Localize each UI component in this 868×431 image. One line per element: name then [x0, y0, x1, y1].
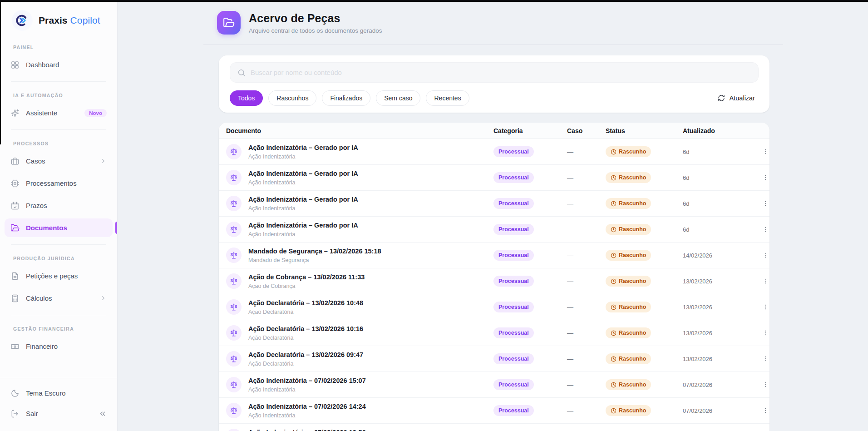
clock-icon	[611, 330, 616, 336]
sidebar: Praxis Copilot Painel Dashboard IA e Aut…	[0, 0, 118, 431]
praxis-logo-icon	[12, 10, 33, 31]
status-badge: Rascunho	[606, 276, 651, 287]
sidebar-item-label: Casos	[26, 157, 45, 165]
status-cell: Rascunho	[606, 172, 683, 183]
row-menu-button[interactable]	[759, 301, 769, 313]
sidebar-item-processamentos[interactable]: Processamentos	[5, 174, 113, 193]
scales-icon	[226, 222, 242, 237]
search-input[interactable]	[251, 69, 751, 76]
header-divider	[203, 45, 783, 45]
table-row[interactable]: Mandado de Segurança – 13/02/2026 15:18 …	[219, 243, 769, 268]
theme-toggle[interactable]: Tema Escuro	[5, 384, 113, 402]
status-cell: Rascunho	[606, 146, 683, 157]
document-subtitle: Ação Declaratória	[248, 361, 363, 367]
document-text: Ação de Cobrança – 13/02/2026 11:33 Ação…	[248, 273, 365, 289]
sidebar-footer: Tema Escuro Sair	[0, 378, 117, 431]
table-row[interactable]: Ação Declaratória – 13/02/2026 09:47 Açã…	[219, 346, 769, 372]
row-menu-button[interactable]	[759, 275, 769, 287]
filter-chip-rascunhos[interactable]: Rascunhos	[268, 90, 316, 106]
filter-chip-todos[interactable]: Todos	[230, 90, 263, 106]
sidebar-item-calculos[interactable]: Cálculos	[5, 289, 113, 307]
row-menu-button[interactable]	[759, 197, 769, 210]
calendar-check-icon	[10, 201, 20, 210]
table-row[interactable]: Ação Declaratória – 13/02/2026 10:16 Açã…	[219, 320, 769, 346]
filter-chip-finalizados[interactable]: Finalizados	[322, 90, 370, 106]
clock-icon	[611, 253, 616, 258]
sidebar-item-label: Prazos	[26, 202, 47, 209]
document-title: Mandado de Segurança – 13/02/2026 15:18	[248, 247, 381, 255]
clock-icon	[611, 278, 616, 284]
table-row[interactable]: Ação Indenizatória – 07/02/2026 15:07 Aç…	[219, 372, 769, 398]
table-row[interactable]: Ação Indenizatória – Gerado por IA Ação …	[219, 217, 769, 243]
document-subtitle: Ação Indenizatória	[248, 205, 358, 212]
row-menu-button[interactable]	[759, 352, 769, 365]
document-title: Ação Indenizatória – 07/02/2026 15:07	[248, 377, 366, 385]
scales-icon	[226, 351, 242, 367]
sidebar-item-dashboard[interactable]: Dashboard	[5, 55, 113, 74]
document-text: Mandado de Segurança – 13/02/2026 15:18 …	[248, 247, 381, 263]
filter-chip-sem-caso[interactable]: Sem caso	[376, 90, 420, 106]
banknote-icon	[10, 342, 20, 351]
search-bar[interactable]	[230, 62, 759, 83]
sidebar-item-prazos[interactable]: Prazos	[5, 196, 113, 215]
updated-cell: 13/02/2026	[683, 330, 746, 337]
status-label: Rascunho	[619, 149, 646, 155]
table-row[interactable]: Ação Indenizatória – 07/02/2026 13:56 Aç…	[219, 424, 769, 431]
main-content: Acervo de Peças Arquivo central de todos…	[118, 0, 868, 431]
refresh-label: Atualizar	[730, 94, 755, 102]
brand-logo[interactable]: Praxis Copilot	[0, 10, 117, 34]
clock-icon	[611, 356, 616, 362]
status-badge: Rascunho	[606, 172, 651, 183]
sidebar-item-peticoes[interactable]: Petições e peças	[5, 267, 113, 285]
table-row[interactable]: Ação de Cobrança – 13/02/2026 11:33 Ação…	[219, 268, 769, 294]
table-row[interactable]: Ação Indenizatória – Gerado por IA Ação …	[219, 165, 769, 191]
row-menu-button[interactable]	[759, 171, 769, 184]
table-row[interactable]: Ação Declaratória – 13/02/2026 10:48 Açã…	[219, 294, 769, 320]
document-text: Ação Declaratória – 13/02/2026 09:47 Açã…	[248, 351, 363, 367]
row-menu-button[interactable]	[759, 404, 769, 417]
sidebar-item-assistente[interactable]: Assistente Novo	[5, 104, 113, 122]
sidebar-item-label: Dashboard	[26, 61, 59, 69]
sidebar-item-documentos[interactable]: Documentos	[5, 218, 113, 237]
sidebar-item-casos[interactable]: Casos	[5, 152, 113, 170]
logout-button[interactable]: Sair	[5, 404, 113, 423]
refresh-button[interactable]: Atualizar	[718, 94, 755, 102]
row-menu-button[interactable]	[759, 145, 769, 158]
sidebar-item-financeiro[interactable]: Financeiro	[5, 337, 113, 356]
document-text: Ação Indenizatória – 07/02/2026 13:56 Aç…	[248, 428, 366, 431]
briefcase-icon	[10, 157, 20, 166]
document-text: Ação Indenizatória – 07/02/2026 15:07 Aç…	[248, 377, 366, 392]
nav-divider	[11, 315, 106, 315]
scales-icon	[226, 144, 242, 159]
window-frame-left	[0, 0, 1, 144]
caso-cell: —	[567, 226, 606, 233]
status-badge: Rascunho	[606, 250, 651, 261]
row-menu-button[interactable]	[759, 327, 769, 339]
logout-icon	[10, 409, 20, 418]
refresh-icon	[718, 94, 725, 102]
document-title: Ação Indenizatória – Gerado por IA	[248, 144, 358, 152]
row-menu-button[interactable]	[759, 378, 769, 391]
document-title: Ação Declaratória – 13/02/2026 09:47	[248, 351, 363, 359]
status-cell: Rascunho	[606, 276, 683, 287]
status-badge: Rascunho	[606, 405, 651, 416]
table-row[interactable]: Ação Indenizatória – 07/02/2026 14:24 Aç…	[219, 398, 769, 424]
updated-cell: 07/02/2026	[683, 381, 746, 388]
updated-cell: 6d	[683, 149, 746, 155]
filter-chip-recentes[interactable]: Recentes	[426, 90, 469, 106]
updated-cell: 07/02/2026	[683, 407, 746, 414]
status-label: Rascunho	[619, 252, 646, 258]
category-badge: Processual	[493, 327, 534, 338]
clock-icon	[611, 175, 616, 181]
folder-open-icon	[217, 11, 241, 35]
table-row[interactable]: Ação Indenizatória – Gerado por IA Ação …	[219, 191, 769, 217]
table-row[interactable]: Ação Indenizatória – Gerado por IA Ação …	[219, 139, 769, 165]
caso-cell: —	[567, 329, 606, 337]
category-cell: Processual	[493, 405, 567, 416]
document-text: Ação Indenizatória – Gerado por IA Ação …	[248, 195, 358, 211]
app-root: Praxis Copilot Painel Dashboard IA e Aut…	[0, 0, 868, 431]
collapse-sidebar-icon[interactable]	[99, 410, 107, 418]
sidebar-item-label: Cálculos	[26, 294, 52, 302]
row-menu-button[interactable]	[759, 223, 769, 236]
row-menu-button[interactable]	[759, 249, 769, 262]
